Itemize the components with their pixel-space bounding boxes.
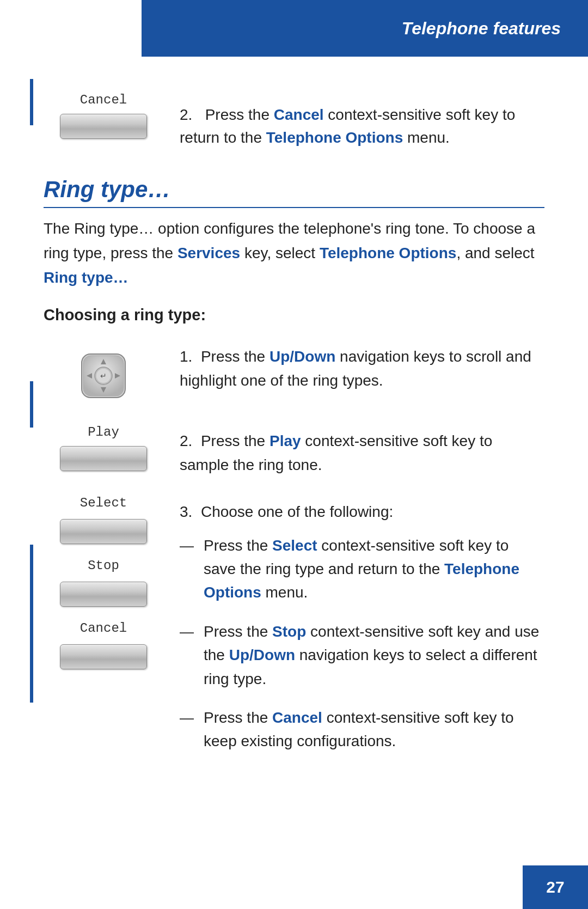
play-soft-button[interactable] [60,446,147,471]
nav-key-image: ↵ [74,346,133,406]
step2-row: Play 2. Press the Play context-sensitive… [44,425,544,477]
updown-link-2: Up/Down [229,646,295,663]
nav-key-col: ↵ [44,340,163,406]
telephone-options-link-1: Telephone Options [266,129,403,146]
step2-number-2: 2. [180,432,192,449]
bullet-cancel: — Press the Cancel context-sensitive sof… [180,706,544,753]
cancel-soft-button[interactable] [60,114,147,139]
telephone-options-link-2: Telephone Options [320,245,456,261]
ring-type-link: Ring type… [44,269,128,286]
cancel-label-2: Cancel [80,621,127,636]
ring-type-description: The Ring type… option configures the tel… [44,217,544,290]
bullet-list: — Press the Select context-sensitive sof… [180,534,544,753]
step1-number: 1. [180,348,192,365]
step1-row: ↵ 1. Press the Up/Down navigation keys t… [44,340,544,406]
services-link: Services [177,245,240,261]
play-link: Play [270,432,301,449]
telephone-options-link-3: Telephone Options [204,560,519,601]
bullet-stop: — Press the Stop context-sensitive soft … [180,620,544,691]
step1-text: 1. Press the Up/Down navigation keys to … [163,340,544,392]
stop-label: Stop [88,558,119,573]
cancel-button-col: Cancel [44,93,163,139]
stop-link: Stop [272,623,306,640]
page-number: 27 [546,878,564,896]
select-soft-button[interactable] [60,519,147,544]
step2-number: 2. [180,106,192,123]
ring-type-heading: Ring type… [44,176,544,208]
cancel-step-section: Cancel 2. Press the Cancel context-sensi… [44,93,544,149]
cancel-link: Cancel [274,106,324,123]
stop-soft-button[interactable] [60,582,147,607]
cancel-step-text: 2. Press the Cancel context-sensitive so… [163,93,544,149]
step2-text: 2. Press the Play context-sensitive soft… [163,425,544,477]
play-button-col: Play [44,425,163,471]
step3-text: 3. Choose one of the following: — Press … [163,496,544,768]
svg-text:↵: ↵ [100,371,107,380]
choosing-subheading: Choosing a ring type: [44,306,544,324]
main-content: Cancel 2. Press the Cancel context-sensi… [0,0,588,909]
updown-link-1: Up/Down [270,348,335,365]
footer: 27 [523,865,588,909]
cancel-label: Cancel [80,93,127,107]
step3-number: 3. [180,503,192,520]
bullet-select: — Press the Select context-sensitive sof… [180,534,544,605]
ring-type-title: Ring type… [44,176,544,203]
cancel-link-2: Cancel [272,709,322,726]
multi-button-col: Select Stop Cancel [44,496,163,669]
select-link: Select [272,537,317,554]
cancel-soft-button-2[interactable] [60,644,147,669]
select-label: Select [80,496,127,510]
step3-row: Select Stop Cancel 3. Choose one of the … [44,496,544,768]
play-label: Play [88,425,119,440]
